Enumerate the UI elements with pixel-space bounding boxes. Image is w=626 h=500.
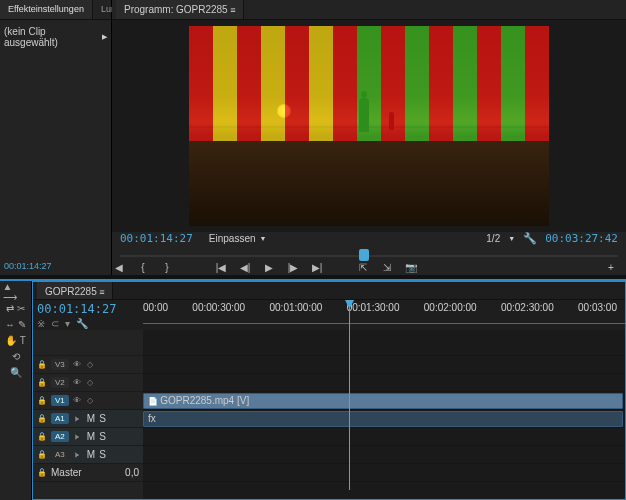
mark-clip-icon[interactable]: } (160, 261, 174, 275)
export-frame-icon[interactable]: 📷 (404, 261, 418, 275)
video-preview[interactable] (189, 26, 549, 226)
duration-timecode: 00:03:27:42 (545, 232, 618, 245)
slip-tool-icon[interactable]: ↔ ✎ (3, 317, 29, 331)
lane-v3[interactable] (143, 356, 625, 374)
track-a2[interactable]: 🔒A2🕨MS (33, 428, 143, 446)
button-editor-icon[interactable]: + (604, 261, 618, 275)
lock-icon[interactable]: 🔒 (37, 450, 47, 459)
lock-icon[interactable]: 🔒 (37, 414, 47, 423)
hand-tool-icon[interactable]: ✋ T (3, 333, 29, 347)
eye-icon[interactable]: 👁 (73, 396, 83, 405)
eye-icon[interactable]: 👁 (73, 360, 83, 369)
current-timecode[interactable]: 00:01:14:27 (120, 232, 193, 245)
lock-icon[interactable]: 🔒 (37, 360, 47, 369)
video-clip[interactable]: 📄 GOPR2285.mp4 [V] (143, 393, 623, 409)
lane-a2[interactable] (143, 428, 625, 446)
program-tab[interactable]: Programm: GOPR2285 ≡ (116, 0, 244, 19)
program-monitor: Programm: GOPR2285 ≡ 00:01:14:27 Einpa (112, 0, 626, 275)
go-in-icon[interactable]: |◀ (214, 261, 228, 275)
settings-icon[interactable]: 🔧 (523, 232, 537, 245)
timeline-timecode[interactable]: 00:01:14:27 (37, 302, 139, 316)
lane-a1[interactable]: fx (143, 410, 625, 428)
tool-palette: ▲ ⟶ ⇄ ✂ ↔ ✎ ✋ T ⟲ 🔍 (0, 281, 32, 500)
selection-tool-icon[interactable]: ▲ ⟶ (3, 285, 29, 299)
source-timecode[interactable]: 00:01:14:27 (4, 261, 52, 271)
step-fwd-icon[interactable]: |▶ (286, 261, 300, 275)
timeline-playhead[interactable] (349, 300, 350, 490)
zoom-ratio[interactable]: 1/2 (486, 233, 500, 244)
no-clip-label: (kein Clip ausgewählt) (4, 26, 102, 48)
lock-icon[interactable]: 🔒 (37, 432, 47, 441)
scrub-bar[interactable] (120, 247, 618, 258)
link-icon[interactable]: ⊂ (51, 318, 59, 329)
lane-v2[interactable] (143, 374, 625, 392)
scrub-playhead[interactable] (359, 249, 369, 261)
effects-panel: Effekteinstellungen Lume (kein Clip ausg… (0, 0, 112, 275)
lane-v1[interactable]: 📄 GOPR2285.mp4 [V] (143, 392, 625, 410)
lock-icon[interactable]: 🔒 (37, 378, 47, 387)
extract-icon[interactable]: ⇲ (380, 261, 394, 275)
settings-icon[interactable]: 🔧 (76, 318, 88, 329)
zoom-tool-icon[interactable]: 🔍 (3, 365, 29, 379)
mark-in-icon[interactable]: ◀︎ (112, 261, 126, 275)
lane-master[interactable] (143, 464, 625, 482)
rate-tool-icon[interactable]: ⟲ (3, 349, 29, 363)
audio-clip[interactable]: fx (143, 411, 623, 427)
tab-effect-settings[interactable]: Effekteinstellungen (0, 0, 93, 19)
play-icon[interactable]: ▶ (262, 261, 276, 275)
track-a3[interactable]: 🔒A3🕨MS (33, 446, 143, 464)
ripple-tool-icon[interactable]: ⇄ ✂ (3, 301, 29, 315)
time-ruler[interactable]: 00:0000:00:30:00 00:01:00:0000:01:30:00 … (143, 300, 625, 330)
snap-icon[interactable]: ※ (37, 318, 45, 329)
eye-icon[interactable]: 👁 (73, 378, 83, 387)
go-out-icon[interactable]: ▶| (310, 261, 324, 275)
track-v2[interactable]: 🔒V2👁◇ (33, 374, 143, 392)
sequence-tab[interactable]: GOPR2285 ≡ (37, 282, 113, 299)
lane-a3[interactable] (143, 446, 625, 464)
chevron-right-icon[interactable]: ▶ (102, 33, 107, 41)
fit-dropdown[interactable]: Einpassen▼ (209, 233, 267, 244)
track-a1[interactable]: 🔒A1🕨MS (33, 410, 143, 428)
step-back-icon[interactable]: ◀| (238, 261, 252, 275)
track-v1[interactable]: 🔒V1👁◇ (33, 392, 143, 410)
track-master[interactable]: 🔒Master0,0 (33, 464, 143, 482)
lock-icon[interactable]: 🔒 (37, 396, 47, 405)
color-stripes-overlay (189, 26, 549, 226)
lift-icon[interactable]: ⇱ (356, 261, 370, 275)
track-v3[interactable]: 🔒V3👁◇ (33, 356, 143, 374)
marker-icon[interactable]: ▾ (65, 318, 70, 329)
mark-out-icon[interactable]: { (136, 261, 150, 275)
timeline-panel: GOPR2285 ≡ 00:01:14:27 ※ ⊂ ▾ 🔧 00:0000:0… (32, 281, 626, 500)
